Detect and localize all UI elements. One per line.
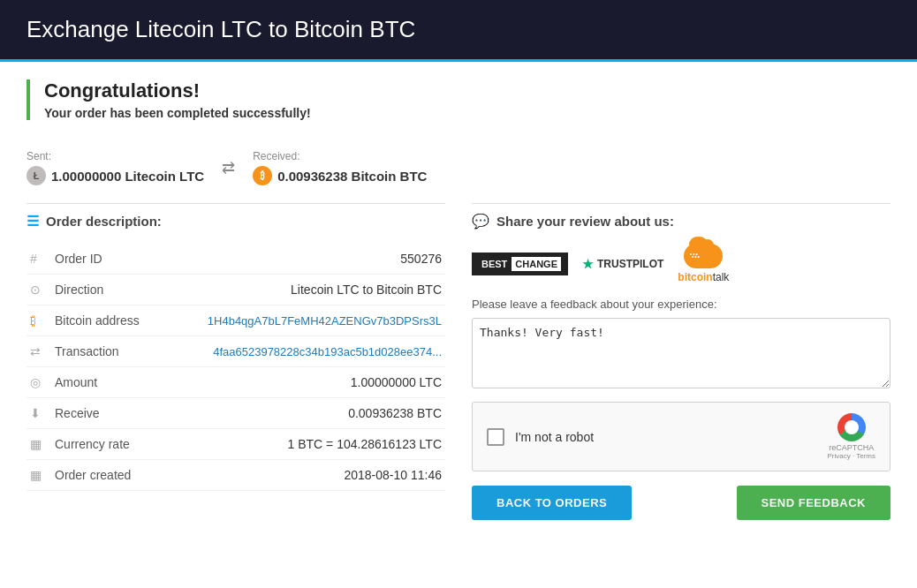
recaptcha-logo [837, 413, 866, 441]
row-label-4: Amount [51, 367, 166, 398]
send-feedback-button[interactable]: SEND FEEDBACK [737, 486, 890, 520]
coins-icon: ◎ [27, 367, 51, 398]
bitcointalk-logo[interactable]: ··· bitcointalk [678, 244, 729, 283]
row-value-1: Litecoin LTC to Bitcoin BTC [166, 275, 445, 305]
row-label-1: Direction [51, 275, 166, 305]
hash-icon: # [27, 244, 51, 275]
captcha-checkbox[interactable] [487, 428, 504, 446]
table-row: #Order ID550276 [27, 244, 445, 275]
table-row: ▦Currency rate1 BTC = 104.28616123 LTC [27, 429, 445, 460]
bitcointalk-label: bitcointalk [678, 271, 729, 283]
trustpilot-star: ★ [582, 257, 594, 271]
btc-icon: ₿ [253, 166, 272, 185]
swap-icon: ⇄ [222, 158, 235, 177]
congrats-heading: Congratulations! [44, 79, 890, 102]
row-value-0: 550276 [166, 244, 445, 275]
header: Exchange Litecoin LTC to Bitcoin BTC [0, 0, 917, 62]
review-logos: BEST CHANGE ★ TRUSTPILOT ··· bi [472, 244, 890, 283]
recaptcha-text: reCAPTCHA Privacy · Terms [827, 443, 875, 460]
row-label-6: Currency rate [51, 429, 166, 460]
chart-icon: ▦ [27, 429, 51, 460]
table-row: ◎Amount1.00000000 LTC [27, 367, 445, 398]
captcha-label: I'm not a robot [515, 430, 594, 444]
table-row: ⊙DirectionLitecoin LTC to Bitcoin BTC [27, 275, 445, 305]
row-label-7: Order created [51, 460, 166, 491]
table-row: ₿Bitcoin address1H4b4qgA7bL7FeMH42AZENGv… [27, 305, 445, 336]
chat-icon: 💬 [472, 213, 489, 230]
table-row: ▦Order created2018-08-10 11:46 [27, 460, 445, 491]
order-description-section: ☰ Order description: #Order ID550276⊙Dir… [27, 203, 445, 520]
btc-circle-icon: ₿ [27, 305, 51, 336]
row-value-2[interactable]: 1H4b4qgA7bL7FeMH42AZENGv7b3DPSrs3L [166, 305, 445, 336]
row-label-3: Transaction [51, 336, 166, 367]
arrows-icon: ⇄ [27, 336, 51, 367]
row-value-5: 0.00936238 BTC [166, 398, 445, 429]
congrats-subtext: Your order has been completed successful… [44, 106, 890, 120]
circle-arrow-icon: ⊙ [27, 275, 51, 305]
row-value-6: 1 BTC = 104.28616123 LTC [166, 429, 445, 460]
list-icon: ☰ [27, 213, 39, 230]
row-label-5: Receive [51, 398, 166, 429]
feedback-label: Please leave a feedback about your exper… [472, 298, 890, 311]
trustpilot-label: TRUSTPILOT [597, 258, 663, 270]
table-row: ⬇Receive0.00936238 BTC [27, 398, 445, 429]
row-label-2: Bitcoin address [51, 305, 166, 336]
received-amount: 0.00936238 Bitcoin BTC [277, 169, 427, 184]
order-section-title: Order description: [46, 214, 162, 229]
received-label: Received: [253, 150, 427, 162]
captcha-box: I'm not a robot reCAPTCHA Privacy · Term… [472, 402, 890, 471]
tx-summary: Sent: Ł 1.00000000 Litecoin LTC ⇄ Receiv… [27, 150, 890, 185]
calendar-icon: ▦ [27, 460, 51, 491]
page-title: Exchange Litecoin LTC to Bitcoin BTC [27, 16, 890, 43]
row-label-0: Order ID [51, 244, 166, 275]
action-buttons: BACK TO ORDERS SEND FEEDBACK [472, 486, 890, 520]
sent-label: Sent: [27, 150, 204, 162]
download-icon: ⬇ [27, 398, 51, 429]
cloud-icon: ··· [684, 244, 723, 268]
received-item: Received: ₿ 0.00936238 Bitcoin BTC [253, 150, 427, 185]
order-table: #Order ID550276⊙DirectionLitecoin LTC to… [27, 244, 445, 491]
row-value-4: 1.00000000 LTC [166, 367, 445, 398]
ltc-icon: Ł [27, 166, 46, 185]
back-to-orders-button[interactable]: BACK TO ORDERS [472, 486, 632, 520]
congrats-section: Congratulations! Your order has been com… [27, 79, 890, 120]
trustpilot-logo[interactable]: ★ TRUSTPILOT [582, 257, 663, 271]
sent-amount: 1.00000000 Litecoin LTC [51, 169, 204, 184]
review-section-title: Share your review about us: [496, 214, 674, 229]
bestchange-logo[interactable]: BEST CHANGE [472, 253, 568, 275]
sent-item: Sent: Ł 1.00000000 Litecoin LTC [27, 150, 204, 185]
table-row: ⇄Transaction4faa6523978228c34b193ac5b1d0… [27, 336, 445, 367]
captcha-right: reCAPTCHA Privacy · Terms [827, 413, 875, 460]
row-value-7: 2018-08-10 11:46 [166, 460, 445, 491]
feedback-textarea[interactable] [472, 318, 890, 388]
review-section: 💬 Share your review about us: BEST CHANG… [472, 203, 890, 520]
captcha-left: I'm not a robot [487, 428, 594, 446]
row-value-3[interactable]: 4faa6523978228c34b193ac5b1d028ee374... [166, 336, 445, 367]
